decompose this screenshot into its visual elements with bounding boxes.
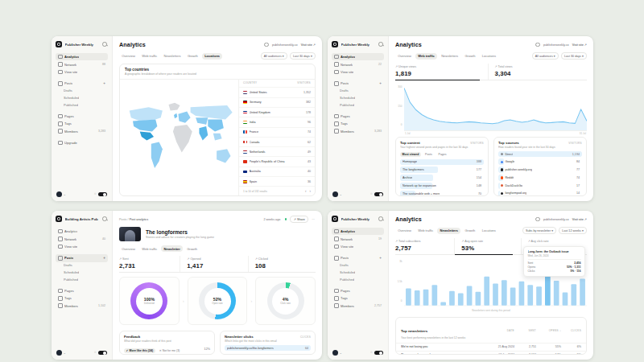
sidebar-item-pages[interactable]: Pages: [56, 113, 108, 120]
stat-total-views[interactable]: ↗ Total views3,304: [488, 64, 588, 80]
pill-not-for-me-3[interactable]: ✕ Not for me (3): [157, 348, 182, 353]
sidebar-item-members[interactable]: Members2,757: [332, 302, 384, 310]
theme-toggle[interactable]: [374, 351, 383, 356]
column-opens[interactable]: OPENS ↓: [539, 329, 561, 332]
add-post-button[interactable]: +: [379, 256, 382, 260]
sidebar-item-posts[interactable]: Posts+: [56, 80, 108, 87]
add-post-button[interactable]: +: [103, 256, 105, 260]
country-row[interactable]: Canada62: [239, 137, 315, 146]
sidebar-item-upgrade[interactable]: Upgrade: [56, 139, 108, 146]
tab-newsletters[interactable]: Newsletters: [439, 53, 460, 60]
theme-toggle[interactable]: [98, 351, 107, 356]
list-row[interactable]: Network up for expansion148: [400, 183, 484, 189]
list-row[interactable]: publisherweekly.co/the-longformers64: [225, 345, 311, 352]
add-post-button[interactable]: +: [379, 81, 382, 85]
newsletter-row[interactable]: The unseen frameworks02 Jun 20242,13454%…: [396, 351, 586, 355]
sidebar-item-published[interactable]: Published: [56, 276, 108, 283]
tab-growth[interactable]: Growth: [184, 245, 200, 252]
sidebar-item-view-site[interactable]: View site: [332, 243, 384, 250]
tab-locations[interactable]: Locations: [202, 53, 222, 60]
sidebar-item-published[interactable]: Published: [332, 276, 384, 283]
sidebar-item-pages[interactable]: Pages: [332, 287, 384, 294]
sidebar-item-pages[interactable]: Pages: [56, 287, 108, 294]
sidebar-item-posts[interactable]: Posts+: [56, 254, 108, 261]
site-domain[interactable]: publisherweekly.co: [543, 218, 569, 221]
avatar[interactable]: [332, 191, 338, 197]
pill-pages[interactable]: Pages: [436, 152, 448, 157]
column-sent[interactable]: SENT: [517, 329, 536, 332]
country-row[interactable]: India96: [239, 117, 315, 126]
sidebar-item-scheduled[interactable]: Scheduled: [332, 269, 384, 276]
sidebar-item-tags[interactable]: Tags: [332, 294, 384, 302]
sidebar-item-members[interactable]: Members1,102: [56, 302, 108, 310]
sidebar-item-drafts[interactable]: Drafts: [56, 262, 108, 269]
sidebar-item-posts[interactable]: Posts+: [332, 254, 384, 261]
search-icon[interactable]: [102, 42, 107, 47]
sidebar-item-view-site[interactable]: View site: [56, 243, 108, 250]
search-icon[interactable]: [378, 216, 383, 221]
sidebar-item-drafts[interactable]: Drafts: [332, 262, 384, 269]
tab-newsletter[interactable]: Newsletter: [161, 245, 183, 252]
tab-web-traffic[interactable]: Web traffic: [415, 53, 437, 60]
sidebar-item-scheduled[interactable]: Scheduled: [56, 94, 108, 101]
search-icon[interactable]: [378, 42, 383, 47]
pill-posts[interactable]: Posts: [423, 152, 435, 157]
column-clicks[interactable]: CLICKS: [564, 329, 581, 332]
list-row[interactable]: longformpod.org14: [498, 191, 582, 196]
country-row[interactable]: France74: [239, 127, 315, 137]
sidebar-item-view-site[interactable]: View site: [332, 68, 384, 76]
sidebar-item-analytics[interactable]: Analytics: [56, 228, 108, 235]
pill-more-like-this-24[interactable]: ✓ More like this (24): [124, 348, 155, 353]
stat-clicked[interactable]: ↗ Clicked108: [248, 256, 316, 272]
sidebar-item-network[interactable]: Network40: [56, 235, 108, 242]
tab-growth[interactable]: Growth: [462, 53, 477, 60]
stat-opened[interactable]: ↗ Opened1,417: [180, 256, 247, 272]
list-row[interactable]: Homepage388: [400, 159, 484, 166]
sidebar-item-analytics[interactable]: Analytics: [56, 53, 108, 60]
list-row[interactable]: The sustainable web + more70: [400, 191, 484, 196]
sidebar-item-network[interactable]: Network19: [332, 235, 384, 242]
column-date[interactable]: DATE: [485, 329, 514, 332]
stat-total-subscribers[interactable]: ↗ Total subscribers2,757: [395, 238, 454, 254]
list-row[interactable]: DuckDuckGo17: [498, 183, 582, 189]
sidebar-item-pages[interactable]: Pages: [332, 113, 384, 120]
visit-site-link[interactable]: Visit site ↗: [301, 43, 316, 47]
country-row[interactable]: United States1,352: [239, 87, 315, 97]
sidebar-item-members[interactable]: Members3,283: [56, 128, 108, 135]
filter-last-30-days[interactable]: Last 30 days ▾: [290, 52, 316, 60]
list-row[interactable]: Reddit74: [498, 175, 582, 181]
country-row[interactable]: Spain36: [239, 176, 315, 186]
tab-overview[interactable]: Overview: [395, 53, 414, 60]
tab-web-traffic[interactable]: Web traffic: [139, 53, 159, 60]
sidebar-item-posts[interactable]: Posts+: [332, 80, 384, 87]
tab-locations[interactable]: Locations: [480, 53, 499, 60]
country-row[interactable]: Netherlands49: [239, 146, 315, 156]
filter-all-audiences[interactable]: All audiences ▾: [532, 52, 559, 60]
site-domain[interactable]: publisherweekly.co: [272, 43, 298, 47]
list-row[interactable]: Direct1,194: [498, 151, 582, 158]
list-row[interactable]: Google84: [498, 158, 582, 165]
country-row[interactable]: United Kingdom178: [239, 107, 315, 117]
sidebar-item-tags[interactable]: Tags: [56, 294, 108, 302]
filter-subs-by-newsletter[interactable]: Subs by newsletter ▾: [522, 227, 556, 234]
sidebar-item-members[interactable]: Members3,283: [332, 128, 384, 135]
sidebar-item-scheduled[interactable]: Scheduled: [56, 269, 108, 276]
site-domain[interactable]: publisherweekly.co: [543, 43, 569, 47]
search-icon[interactable]: [102, 216, 107, 221]
tab-newsletters[interactable]: Newsletters: [161, 53, 183, 60]
stat-sent[interactable]: ↗ Sent2,731: [119, 256, 180, 272]
sidebar-item-analytics[interactable]: Analytics: [332, 53, 384, 60]
avatar[interactable]: [56, 350, 62, 356]
share-button[interactable]: ↗ Share: [290, 216, 308, 223]
pill-most-viewed[interactable]: Most viewed: [400, 152, 421, 157]
next-page-button[interactable]: ›: [310, 189, 312, 193]
tab-overview[interactable]: Overview: [395, 228, 414, 234]
more-menu-button[interactable]: ⋯: [312, 218, 316, 221]
sidebar-item-tags[interactable]: Tags: [332, 120, 384, 127]
tab-overview[interactable]: Overview: [119, 53, 138, 60]
sidebar-item-tags[interactable]: Tags: [56, 120, 108, 127]
country-row[interactable]: People's Republic of China43: [239, 156, 315, 166]
tab-growth[interactable]: Growth: [462, 228, 477, 234]
sidebar-item-network[interactable]: Network22: [332, 60, 384, 68]
list-row[interactable]: publisher-weekly.org77: [498, 167, 582, 173]
